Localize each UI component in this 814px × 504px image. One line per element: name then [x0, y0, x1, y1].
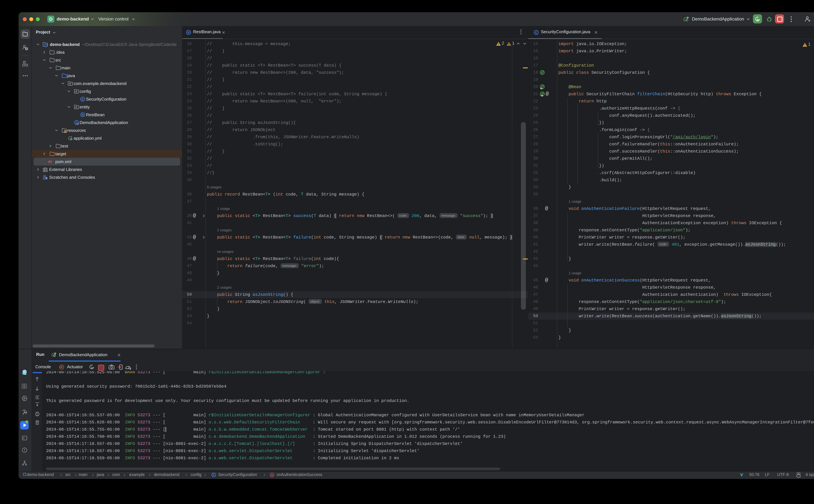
svg-text:?: ? [26, 47, 27, 50]
svg-text:C: C [213, 474, 215, 476]
svg-text:R: R [82, 113, 84, 117]
svg-text:C: C [535, 31, 537, 34]
svg-text:R: R [188, 31, 190, 34]
svg-text:m: m [271, 474, 273, 476]
svg-text:C: C [82, 98, 84, 101]
